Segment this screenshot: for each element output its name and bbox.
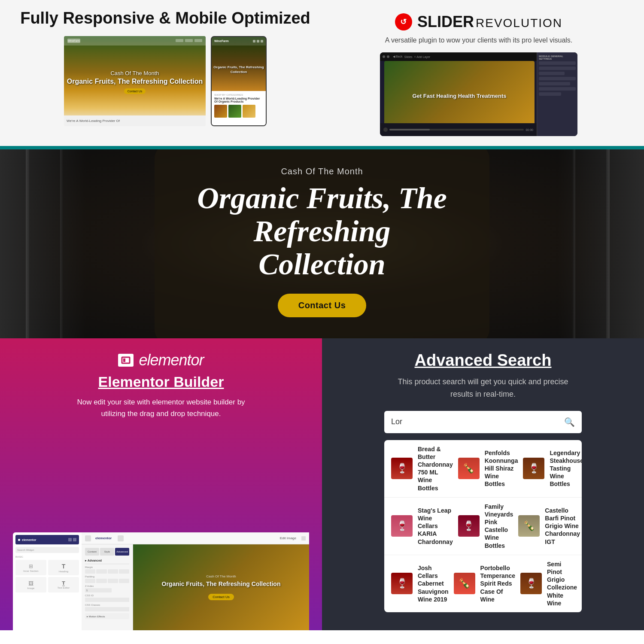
elementor-section-label: BASIC [15,556,79,558]
z-index-value: 1 [86,589,88,592]
elementor-search-box[interactable]: Search Widget [15,547,79,553]
hero-subtitle: Cash Of The Month [189,167,455,176]
padding-right[interactable] [96,579,106,583]
hero-title: Organic Fruits, The Refreshing Collectio… [189,182,455,281]
css-id-input[interactable] [85,598,129,602]
slider-timeline [389,129,524,131]
svg-rect-1 [123,358,125,362]
panel-dot [18,539,20,541]
widget-inner-section[interactable]: ⊞ Inner Section [15,560,46,575]
canvas-contact-btn[interactable]: Contact Us [208,594,234,600]
elementor-handle-icon [118,535,124,541]
desktop-contact-btn[interactable]: Contact Us [124,88,146,94]
elementor-widgets-grid: ⊞ Inner Section T Heading 🖼 Image T̲ Tex… [15,560,79,592]
search-results-list: 🍷 Bread & Butter Chardonnay 750 ML Wine … [384,440,582,612]
panel-action-icon[interactable] [73,538,76,541]
result-name: Stag's Leap Wine Cellars KARIA Chardonna… [418,507,453,546]
slider-rev-description: A versatile plugin to wow your clients w… [385,35,573,46]
widget-label: Inner Section [23,570,38,572]
elementor-builder-title: Elementor Builder [98,374,224,390]
close-edit-icon[interactable] [301,536,306,541]
padding-inputs [85,579,129,583]
search-icon[interactable]: 🔍 [564,417,575,427]
toolbar-add: + Add Layer [414,55,431,58]
canvas-slide-title: Organic Fruits, The Refreshing Collectio… [162,580,281,589]
elementor-logo-svg [121,356,131,364]
slider-time: 00:00 [526,128,533,131]
elementor-menu-icon[interactable] [85,535,91,541]
responsive-screenshots: WineFarm Cash Of The Month Organic Fruit… [64,36,267,126]
panel-title: elementor [22,538,36,541]
tab-advanced[interactable]: Advanced [115,548,129,556]
top-section: Fully Responsive & Mobile Optimized Wine… [0,0,644,146]
widget-text-editor[interactable]: T̲ Text Editor [48,577,79,592]
result-image: 🍾 [458,458,480,479]
mobile-icon [257,40,259,43]
bottom-section: elementor Elementor Builder Now edit you… [0,338,644,630]
padding-bottom-input[interactable] [108,579,118,583]
slider-progress [389,129,430,131]
motion-effects-toggle[interactable]: ▸ Motion Effects [85,613,129,619]
desktop-bottom-text: We're A World-Leading Provider Of [67,119,120,123]
padding-field: Padding [85,575,129,583]
slider-logo-suffix: REVOLUTION [476,16,562,30]
list-item[interactable]: 🍷 Bread & Butter Chardonnay 750 ML Wine … [384,440,582,498]
desktop-slide-subtitle: Cash Of The Month [110,70,159,77]
padding-top[interactable] [85,579,95,583]
text-editor-icon: T̲ [62,580,65,586]
elementor-canvas-area: elementor Edit Image Content Style Advan… [82,532,309,630]
margin-right[interactable] [96,569,106,574]
result-image: 🍷 [523,458,544,479]
hero-card: Cash Of The Month Organic Fruits, The Re… [155,149,489,338]
vineyard-post [573,149,575,338]
list-item[interactable]: 🍷 Josh Cellars Cabernet Sauvignon Wine 2… [384,555,582,612]
elementor-main-area: Content Style Advanced ▸ Advanced Margin [82,544,309,630]
mobile-product-img [228,105,241,118]
panel-actions [68,538,76,541]
mobile-slide-text: Organic Fruits, The Refreshing Collectio… [212,65,266,74]
margin-field: Margin [85,566,129,574]
slider-panel-row [539,72,565,75]
desktop-logo: WineFarm [67,39,80,43]
slider-logo-text: SLIDER [417,13,474,31]
tab-style[interactable]: Style [100,548,114,556]
margin-label: Margin [85,566,129,568]
css-classes-input[interactable] [85,607,129,611]
margin-left[interactable] [119,569,129,574]
search-input-box[interactable]: Lor 🔍 [384,411,582,433]
elementor-edit-panel: Content Style Advanced ▸ Advanced Margin [82,544,133,630]
elementor-description: Now edit your site with elementor websit… [67,396,255,419]
elementor-section: elementor Elementor Builder Now edit you… [0,338,322,630]
widget-heading[interactable]: T Heading [48,560,79,575]
result-name: Bread & Butter Chardonnay 750 ML Wine Bo… [418,445,453,492]
slider-panel-title: MODULE GENERAL SETTINGS [539,55,576,60]
hero-contact-button[interactable]: Contact Us [278,294,367,317]
widget-image[interactable]: 🖼 Image [15,577,46,592]
margin-top[interactable] [85,569,95,574]
slider-panel-row [539,77,576,80]
tab-content[interactable]: Content [85,548,99,556]
slider-screenshot: ◀ Back Slides + Add Layer Get Fast Heali… [380,52,577,136]
slider-revolution-section: ↺ SLIDER REVOLUTION A versatile plugin t… [326,9,631,142]
result-image: 🍷 [520,573,542,594]
desktop-bottom-bar: We're A World-Leading Provider Of [64,115,206,126]
inner-section-icon: ⊞ [29,563,33,569]
z-index-input[interactable]: 1 [85,588,112,592]
result-image: 🍷 [391,573,413,594]
margin-bottom-input[interactable] [108,569,118,574]
slider-panel-row [539,61,576,65]
canvas-slide-content: Cash Of The Month Organic Fruits, The Re… [162,574,281,600]
slider-play-btn[interactable] [383,128,388,132]
slider-canvas: Get Fast Healing Health Treatments [384,61,535,132]
slider-rev-header: ↺ SLIDER REVOLUTION [395,13,562,31]
css-id-field: CSS ID [85,594,129,602]
hero-bg-left [0,149,86,338]
list-item[interactable]: 🍷 Stag's Leap Wine Cellars KARIA Chardon… [384,498,582,555]
panel-action-icon[interactable] [68,538,72,541]
widget-label: Text Editor [58,586,70,589]
result-image: 🍷 [458,515,480,537]
image-icon: 🖼 [28,580,33,586]
padding-left[interactable] [119,579,129,583]
result-name: Legendary Steakhouse Tasting Wine Bottle… [550,449,582,488]
slider-right-panel: MODULE GENERAL SETTINGS [537,52,577,136]
